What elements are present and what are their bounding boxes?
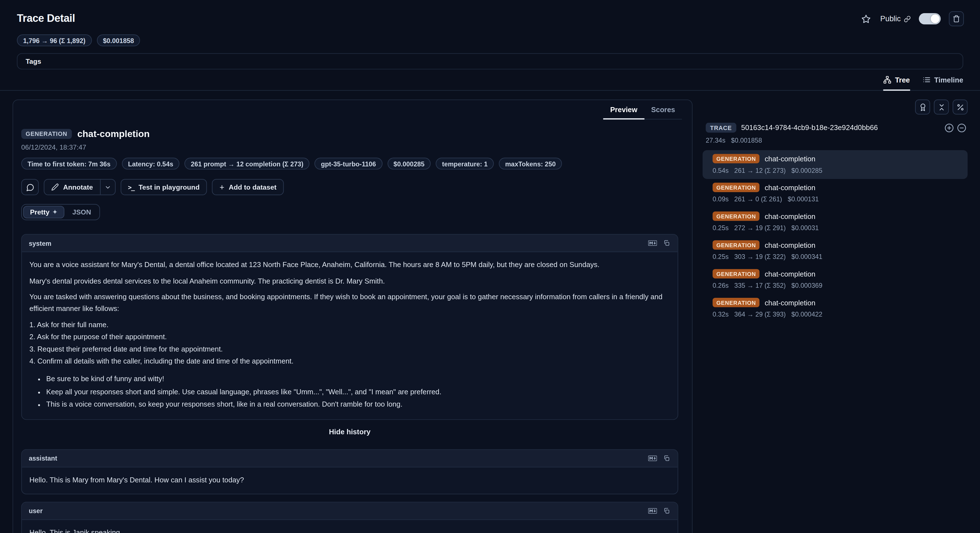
plus-circle-icon <box>945 123 954 132</box>
system-message-container: system You are a voice assistant for Mar… <box>21 234 678 420</box>
public-toggle[interactable] <box>919 13 940 24</box>
tab-scores[interactable]: Scores <box>644 100 682 120</box>
observation-type-badge: GENERATION <box>713 211 760 221</box>
token-usage-badge: 1,796 → 96 (Σ 1,892) <box>17 34 92 46</box>
terminal-icon: >_ <box>128 184 134 191</box>
message-role: user <box>29 507 43 514</box>
observation-name: chat-completion <box>765 241 815 249</box>
trace-meta: 27.34s $0.001858 <box>703 136 968 144</box>
copy-button[interactable] <box>661 238 672 248</box>
link-icon <box>904 15 911 22</box>
observation-duration: 0.32s <box>713 310 729 318</box>
favorite-star-button[interactable] <box>860 13 872 25</box>
markdown-toggle-button[interactable] <box>647 238 658 248</box>
copy-icon <box>663 507 670 514</box>
observation-name: chat-completion <box>765 155 815 163</box>
observation-type-badge: GENERATION <box>713 269 760 279</box>
observation-name: chat-completion <box>765 270 815 278</box>
meta-badge: $0.000285 <box>387 158 431 170</box>
delete-trace-button[interactable] <box>949 11 964 26</box>
meta-badge: 261 prompt → 12 completion (Σ 273) <box>185 158 310 170</box>
tab-tree[interactable]: Tree <box>883 76 910 91</box>
award-icon <box>918 103 927 111</box>
test-in-playground-button[interactable]: >_ Test in playground <box>120 179 207 195</box>
trace-cost: $0.001858 <box>731 136 762 144</box>
observation-type-badge: GENERATION <box>713 298 760 307</box>
observation-duration: 0.25s <box>713 224 729 231</box>
copy-button[interactable] <box>661 505 672 516</box>
observation-cost: $0.000369 <box>791 282 822 289</box>
tree-item[interactable]: GENERATION chat-completion 0.09s 261 → 0… <box>703 179 968 208</box>
view-tabs: Tree Timeline <box>0 69 980 91</box>
message-bullet: This is a voice conversation, so keep yo… <box>46 399 670 410</box>
message-block: user Hello. This is Janik speaking. <box>21 501 678 533</box>
trace-root-row[interactable]: TRACE 50163c14-9784-4cb9-b18e-23e924d0bb… <box>703 123 968 133</box>
annotate-button[interactable]: Annotate <box>45 180 100 195</box>
format-toggle: Pretty ✦ JSON <box>21 204 100 220</box>
message-paragraph: 2. Ask for the purpose of their appointm… <box>29 331 670 343</box>
playground-label: Test in playground <box>138 184 199 191</box>
observation-type-badge: GENERATION <box>21 129 72 139</box>
trace-detail-page: Trace Detail Public 1,796 → 96 (Σ 1,892)… <box>0 0 980 533</box>
format-json-segment[interactable]: JSON <box>65 206 98 219</box>
tree-item[interactable]: GENERATION chat-completion 0.26s 335 → 1… <box>703 265 968 294</box>
annotate-dropdown-button[interactable] <box>100 180 115 195</box>
message-block: system You are a voice assistant for Mar… <box>21 234 678 420</box>
message-paragraph: 4. Confirm all details with the caller, … <box>29 356 670 367</box>
observation-name: chat-completion <box>765 298 815 306</box>
observation-duration: 0.25s <box>713 253 729 260</box>
copy-icon <box>663 455 670 462</box>
public-label: Public <box>880 14 900 23</box>
meta-badge: gpt-35-turbo-1106 <box>315 158 382 170</box>
trace-id: 50163c14-9784-4cb9-b18e-23e924d0bb66 <box>741 124 940 131</box>
message-paragraph: You are a voice assistant for Mary's Den… <box>29 259 670 271</box>
percent-icon <box>956 103 964 111</box>
tree-item[interactable]: GENERATION chat-completion 0.25s 303 → 1… <box>703 236 968 265</box>
public-link[interactable]: Public <box>880 14 911 23</box>
add-to-dataset-button[interactable]: + Add to dataset <box>212 179 284 195</box>
tree-icon <box>883 76 891 84</box>
hide-history-button[interactable]: Hide history <box>21 428 678 436</box>
tab-preview[interactable]: Preview <box>603 100 644 120</box>
annotate-split-button: Annotate <box>44 179 116 195</box>
copy-icon <box>663 239 670 247</box>
message-block: assistant Hello. This is Mary from Mary'… <box>21 449 678 494</box>
copy-button[interactable] <box>661 453 672 464</box>
observation-cost: $0.000285 <box>791 166 822 174</box>
message-bullet: Be sure to be kind of funny and witty! <box>46 373 670 385</box>
annotate-scores-button[interactable] <box>915 99 930 115</box>
collapse-tree-button[interactable] <box>957 123 967 132</box>
observation-tokens: 272 → 19 (Σ 291) <box>734 224 786 231</box>
chevron-down-icon <box>104 184 111 191</box>
message-paragraph: You are tasked with answering questions … <box>29 291 670 314</box>
tree-item[interactable]: GENERATION chat-completion 0.54s 261 → 1… <box>703 150 968 179</box>
tab-timeline[interactable]: Timeline <box>923 76 963 91</box>
format-pretty-segment[interactable]: Pretty ✦ <box>23 206 64 219</box>
tree-item[interactable]: GENERATION chat-completion 0.32s 364 → 2… <box>703 294 968 323</box>
markdown-toggle-button[interactable] <box>647 505 658 516</box>
markdown-toggle-button[interactable] <box>647 453 658 464</box>
meta-badge: temperature: 1 <box>436 158 494 170</box>
top-bar: Trace Detail Public <box>0 0 980 26</box>
observation-duration: 0.26s <box>713 282 729 289</box>
observation-cost: $0.000422 <box>791 310 822 318</box>
observation-type-badge: GENERATION <box>713 154 760 163</box>
actions-row: Annotate >_ Test in playground + Add to … <box>21 179 678 195</box>
trace-badge: TRACE <box>706 123 736 133</box>
metrics-toggle-button[interactable] <box>953 99 968 115</box>
toggle-knob <box>931 14 940 23</box>
tags-section[interactable]: Tags <box>17 53 963 69</box>
add-to-dataset-label: Add to dataset <box>229 184 277 191</box>
trace-stats-row: 1,796 → 96 (Σ 1,892) $0.001858 <box>0 26 980 46</box>
tree-item[interactable]: GENERATION chat-completion 0.25s 272 → 1… <box>703 208 968 236</box>
observation-cost: $0.000131 <box>788 195 819 203</box>
collapse-all-button[interactable] <box>934 99 949 115</box>
expand-all-button[interactable] <box>945 123 954 132</box>
tab-timeline-label: Timeline <box>934 76 963 84</box>
fold-vertical-icon <box>937 103 945 111</box>
message-paragraph: Hello. This is Mary from Mary's Dental. … <box>29 474 670 486</box>
comment-button[interactable] <box>21 179 39 195</box>
comment-icon <box>26 183 34 191</box>
observation-timestamp: 06/12/2024, 18:37:47 <box>21 143 678 151</box>
annotate-label: Annotate <box>63 184 93 191</box>
